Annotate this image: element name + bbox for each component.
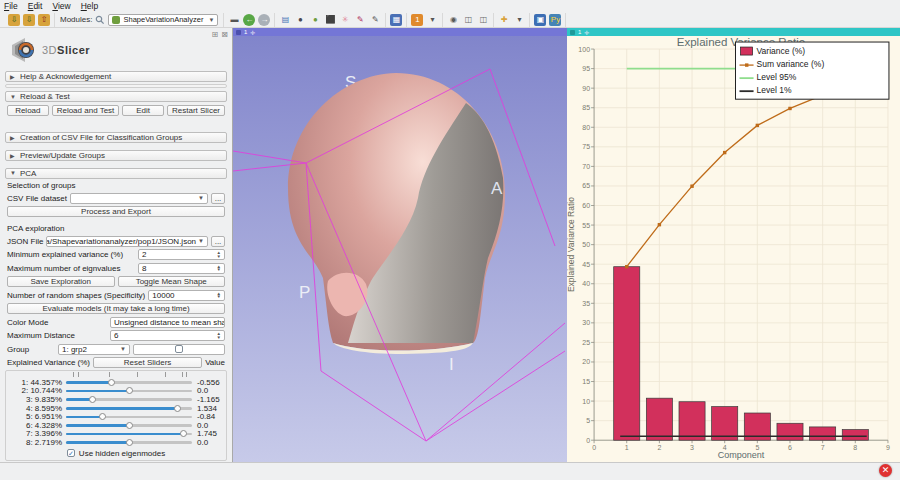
section-help-acknowledgement[interactable]: ▶Help & Acknowledgement <box>5 71 227 82</box>
edit-button[interactable]: Edit <box>122 105 164 116</box>
eigenmode-slider[interactable] <box>66 378 192 386</box>
markups-network-icon[interactable]: ✳ <box>339 14 351 26</box>
group-combobox[interactable]: 1: grp2▼ <box>58 344 130 355</box>
random-shapes-label: Number of random shapes (Specificity) <box>7 291 145 300</box>
pin-icon[interactable]: ✛ <box>250 29 255 36</box>
models-green-sphere-icon[interactable]: ● <box>309 14 321 26</box>
slider-handle[interactable] <box>126 422 133 429</box>
scene-view-icon[interactable]: ◫ <box>462 14 474 26</box>
eigenmode-slider[interactable] <box>66 430 192 438</box>
use-hidden-eigenmodes-checkbox[interactable]: ✓ <box>67 449 75 457</box>
reload-and-test-button[interactable]: Reload and Test <box>52 105 120 116</box>
svg-text:8: 8 <box>853 444 857 451</box>
view-menu-icon[interactable] <box>570 30 575 35</box>
slider-handle[interactable] <box>174 405 181 412</box>
chart-capture-icon[interactable]: ▦ <box>390 14 402 26</box>
crosshair-caret-icon[interactable]: ▾ <box>513 14 525 26</box>
csv-browse-button[interactable]: ... <box>211 193 225 204</box>
slider-handle[interactable] <box>180 430 187 437</box>
scene-view-restore-icon[interactable]: ◫ <box>477 14 489 26</box>
slider-handle[interactable] <box>99 413 106 420</box>
menu-help[interactable]: Help <box>81 1 98 11</box>
collapsed-frame <box>5 84 227 88</box>
random-shapes-spinbox[interactable]: 10000▲▼ <box>148 290 225 301</box>
legend-entry: Variance (%) <box>757 46 806 56</box>
spinner-arrows-icon[interactable]: ▲▼ <box>217 265 221 272</box>
toggle-mean-shape-button[interactable]: Toggle Mean Shape <box>118 276 226 287</box>
reset-sliders-button[interactable]: Reset Sliders <box>93 357 202 368</box>
ruler-pencil-icon[interactable]: ✎ <box>354 14 366 26</box>
section-pca[interactable]: ▼PCA <box>5 168 227 179</box>
restart-slicer-button[interactable]: Restart Slicer <box>167 105 225 116</box>
volume-cube-icon[interactable]: ⬛ <box>324 14 336 26</box>
section-csv-creation[interactable]: ▶Creation of CSV File for Classification… <box>5 132 227 143</box>
color-mode-combobox[interactable]: Unsigned distance to mean shape▼ <box>110 317 225 328</box>
view-number: 1 <box>578 28 581 36</box>
menu-file[interactable]: File <box>4 1 18 11</box>
group-checkbox-field[interactable] <box>133 344 225 355</box>
save-exploration-button[interactable]: Save Exploration <box>7 276 115 287</box>
load-data-icon[interactable]: ⇩ <box>8 14 20 26</box>
evaluate-models-button[interactable]: Evaluate models (It may take a long time… <box>7 303 225 314</box>
chart-view-header[interactable]: 1 ✛ <box>567 28 900 36</box>
eigenmode-slider[interactable] <box>66 395 192 403</box>
close-panel-icon[interactable]: ⊠ <box>221 30 228 39</box>
save-data-icon[interactable]: ⇧ <box>38 14 50 26</box>
explained-variance-label: Explained Variance (%) <box>7 358 90 367</box>
chevron-down-icon: ▼ <box>120 346 126 352</box>
eigenmode-slider[interactable] <box>66 387 192 395</box>
svg-text:2: 2 <box>657 444 661 451</box>
pin-icon[interactable]: ✛ <box>584 29 589 36</box>
annotation-pencil-icon[interactable]: ✎ <box>369 14 381 26</box>
models-dark-sphere-icon[interactable]: ● <box>294 14 306 26</box>
module-search-icon[interactable] <box>95 15 105 25</box>
python-console-icon[interactable]: Py <box>549 14 561 26</box>
module-options-icon[interactable]: ▬ <box>228 14 240 26</box>
selection-of-groups-label: Selection of groups <box>7 181 76 190</box>
section-reload-test[interactable]: ▼Reload & Test <box>5 91 227 102</box>
slider-handle[interactable] <box>126 387 133 394</box>
max-eigenvalues-spinbox[interactable]: 8▲▼ <box>138 263 225 274</box>
spinner-arrows-icon[interactable]: ▲▼ <box>217 292 221 299</box>
threed-view-header[interactable]: 1 ✛ <box>233 28 567 36</box>
orientation-label-i: I <box>449 355 454 374</box>
threed-viewport[interactable]: S A P I <box>233 36 567 462</box>
module-forward-icon[interactable]: → <box>258 14 270 26</box>
eigenmode-slider-row: 5: 6.951%-0.84 <box>8 412 224 421</box>
json-file-combobox[interactable]: ments_UNC/data/Shapevariationanalyzer/po… <box>46 236 208 247</box>
spinner-arrows-icon[interactable]: ▲▼ <box>217 251 221 258</box>
slider-handle[interactable] <box>89 396 96 403</box>
modules-combobox[interactable]: ShapeVariationAnalyzer ▼ <box>108 14 218 26</box>
menu-edit[interactable]: Edit <box>28 1 43 11</box>
eigenmode-slider[interactable] <box>66 438 192 446</box>
extensions-manager-icon[interactable]: ▣ <box>534 14 546 26</box>
crosshair-plus-icon[interactable]: ✚ <box>498 14 510 26</box>
slider-handle[interactable] <box>126 439 133 446</box>
units-caret-icon[interactable]: ▾ <box>426 14 438 26</box>
max-distance-spinbox[interactable]: 6▲▼ <box>110 330 225 341</box>
process-export-button[interactable]: Process and Export <box>7 206 225 217</box>
legend-entry: Sum variance (%) <box>757 59 825 69</box>
module-back-icon[interactable]: ← <box>243 14 255 26</box>
min-variance-spinbox[interactable]: 2▲▼ <box>138 249 225 260</box>
eigenmode-slider[interactable] <box>66 421 192 429</box>
eigenmode-slider[interactable] <box>66 404 192 412</box>
eigenmode-slider[interactable] <box>66 413 192 421</box>
undock-panel-icon[interactable]: ⊞ <box>212 30 219 39</box>
screenshot-camera-icon[interactable]: ◉ <box>447 14 459 26</box>
view-menu-icon[interactable] <box>236 30 241 35</box>
json-browse-button[interactable]: ... <box>211 236 225 247</box>
svg-text:15: 15 <box>582 378 590 385</box>
subject-hierarchy-icon[interactable]: ▤ <box>279 14 291 26</box>
close-notification-button[interactable]: ✕ <box>879 464 892 477</box>
csv-dataset-combobox[interactable]: ▼ <box>70 193 208 204</box>
slider-handle[interactable] <box>108 379 115 386</box>
units-pin-icon[interactable]: 1 <box>411 14 423 26</box>
svg-text:6: 6 <box>788 444 792 451</box>
load-dicom-icon[interactable]: ⇩ <box>23 14 35 26</box>
spinner-arrows-icon[interactable]: ▲▼ <box>217 332 221 339</box>
section-preview-update[interactable]: ▶Preview/Update Groups <box>5 150 227 161</box>
group-checkbox[interactable] <box>175 345 183 353</box>
menu-view[interactable]: View <box>52 1 70 11</box>
reload-button[interactable]: Reload <box>7 105 49 116</box>
